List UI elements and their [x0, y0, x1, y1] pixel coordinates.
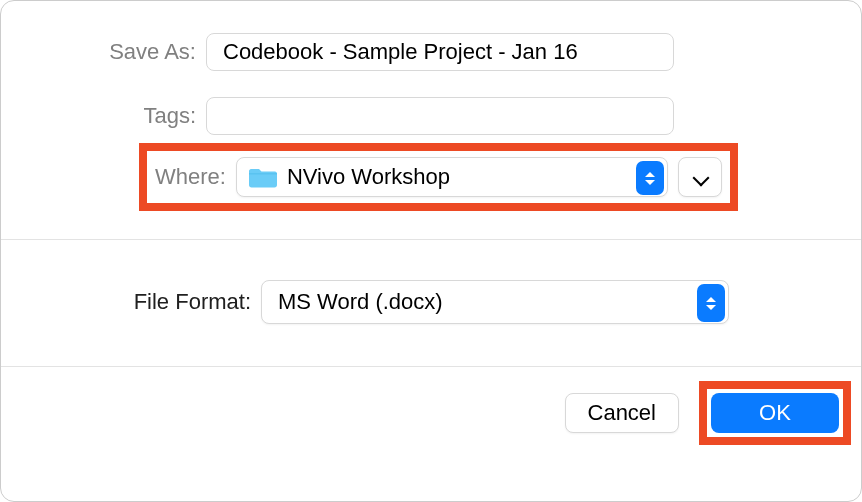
file-format-label: File Format: — [1, 289, 261, 315]
divider — [1, 239, 861, 240]
save-dialog: Save As: Tags: Where: NVivo Workshop — [0, 0, 862, 502]
ok-highlight: OK — [699, 381, 851, 445]
save-as-label: Save As: — [1, 39, 206, 65]
file-format-select[interactable]: MS Word (.docx) — [261, 280, 729, 324]
cancel-button[interactable]: Cancel — [565, 393, 679, 433]
expand-button[interactable] — [678, 157, 722, 197]
where-highlight: Where: NVivo Workshop — [139, 143, 738, 211]
tags-row: Tags: — [1, 97, 861, 135]
button-row: Cancel OK — [1, 381, 861, 445]
where-row: Where: NVivo Workshop — [1, 143, 861, 211]
save-as-input[interactable] — [206, 33, 674, 71]
divider — [1, 366, 861, 367]
tags-input[interactable] — [206, 97, 674, 135]
save-as-row: Save As: — [1, 33, 861, 71]
folder-icon — [249, 166, 277, 188]
updown-stepper-icon — [636, 161, 664, 195]
ok-button[interactable]: OK — [711, 393, 839, 433]
file-format-row: File Format: MS Word (.docx) — [1, 280, 861, 324]
location-value: NVivo Workshop — [287, 164, 450, 190]
file-format-value: MS Word (.docx) — [278, 289, 443, 315]
where-location-select[interactable]: NVivo Workshop — [236, 157, 668, 197]
updown-stepper-icon — [697, 284, 725, 322]
where-label: Where: — [155, 164, 236, 190]
tags-label: Tags: — [1, 103, 206, 129]
chevron-down-icon — [693, 170, 707, 184]
